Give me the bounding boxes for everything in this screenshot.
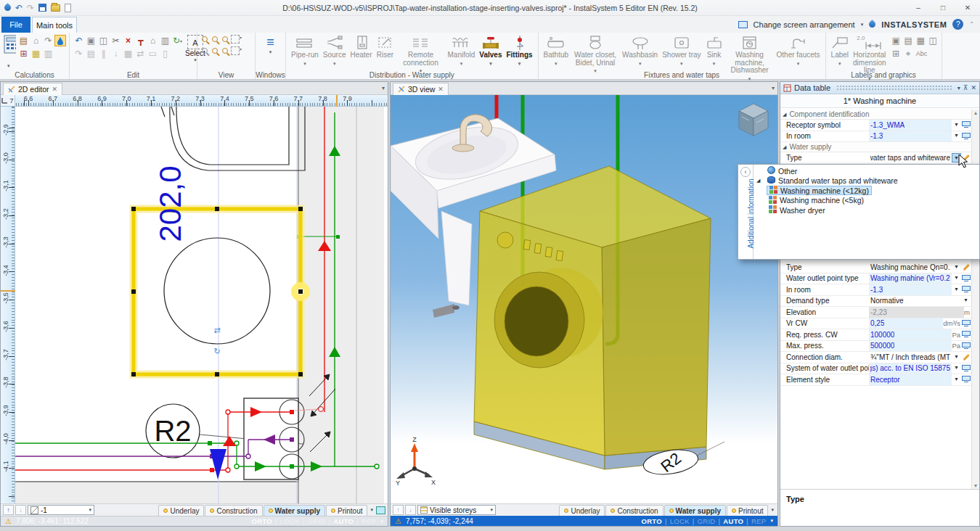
property-row-in-room[interactable]: In room -1.3 ▼ (780, 284, 971, 296)
move-handle-icon[interactable]: ⇄ (213, 326, 220, 334)
type-option-standard-water-taps-and-whiteware[interactable]: ◢ Standard water taps and whiteware (754, 176, 979, 186)
property-row-system-of-water-outlet-points-c[interactable]: System of water outlet points c fittings… (780, 363, 971, 375)
diagnostics-icon[interactable]: ⊞ (17, 48, 30, 59)
open-icon[interactable] (51, 4, 60, 12)
additional-information-strip[interactable]: ‹ Additional information (738, 165, 754, 259)
panel-drag-handle[interactable] (836, 85, 952, 91)
washing-machine-3d[interactable] (474, 166, 711, 469)
mode-grid[interactable]: GRID (308, 517, 326, 525)
property-value[interactable]: Normative (869, 296, 961, 307)
dropdown-button[interactable]: ▼ (952, 120, 961, 130)
mode-lock[interactable]: LOCK (670, 517, 690, 525)
property-row-receptor-symbol[interactable]: Receptor symbol -1.3_WMA ▼ (780, 120, 971, 131)
measure-icon[interactable]: ▭ (147, 48, 159, 59)
mode-rep[interactable]: REP (362, 517, 376, 525)
dropdown-button[interactable]: ▼ (952, 353, 961, 362)
panel-close-icon[interactable]: ✕ (971, 84, 976, 91)
table-icon[interactable]: ⊞ (890, 48, 902, 59)
refresh-icon[interactable]: ↻▾ (171, 35, 184, 46)
results-panel-icon[interactable]: ▦ (30, 48, 42, 59)
ribbon-item-fittings[interactable]: Fittings ▾ (504, 35, 534, 67)
property-row-vr-cw[interactable]: Vr CW 0,25 dm³/s (780, 318, 971, 330)
dropdown-button[interactable]: ▼ (952, 263, 961, 272)
layer-tab-underlay[interactable]: Underlay (559, 505, 605, 516)
property-row-max-press[interactable]: Max. press. 500000 Pa (780, 341, 971, 353)
monitor-link-icon[interactable] (962, 133, 971, 140)
type-option-washing-machine-12kg[interactable]: Washing machine (<12kg) (754, 186, 979, 196)
property-value[interactable]: -1.3 (869, 131, 952, 142)
property-value[interactable]: 500000 (869, 341, 952, 352)
warning-icon[interactable]: ⚠ (5, 517, 12, 525)
redo-icon[interactable]: ↷ (73, 48, 85, 59)
ribbon-item-sink[interactable]: Sink ▾ (703, 35, 725, 67)
new-file-icon[interactable] (65, 4, 71, 12)
property-value[interactable]: -1.3 (869, 284, 952, 295)
pan-icon[interactable] (202, 48, 208, 54)
file-tab[interactable]: File (1, 17, 30, 33)
zoom-previous-icon[interactable] (212, 48, 218, 54)
collapse-ribbon-icon[interactable]: ⌃ (969, 21, 974, 28)
help-button[interactable]: ? (952, 19, 963, 30)
3d-scene-canvas[interactable]: R2 Z Y X (391, 95, 777, 503)
storey-down-button[interactable]: ↓ (15, 505, 26, 515)
monitor-link-icon[interactable] (962, 331, 971, 338)
property-row-type[interactable]: Type Washing machine Qn=0.25 / ▼ (780, 262, 971, 273)
property-value[interactable]: -2,23 (869, 307, 964, 318)
ribbon-item-riser[interactable]: Riser (375, 35, 396, 59)
water-supply-module-icon[interactable] (54, 35, 66, 46)
ribbon-item-pipe-run[interactable]: Pipe-run ▾ (289, 35, 321, 67)
mode-auto[interactable]: AUTO (333, 517, 354, 525)
door-icon[interactable]: ▯ (159, 48, 171, 59)
dropdown-button[interactable]: ▼ (952, 363, 961, 373)
section-component-identification[interactable]: ◢Component identification (780, 110, 971, 120)
abc-text-icon[interactable]: Abc (915, 50, 928, 57)
ribbon-item-label[interactable]: Label ▾ (829, 35, 851, 67)
dropdown-button[interactable]: ▼ (952, 131, 961, 141)
zoom-out-icon[interactable] (212, 36, 218, 42)
save-icon[interactable] (38, 4, 46, 12)
calculations-dropdown-icon[interactable]: ▾ (7, 63, 10, 69)
tab-2d-editor[interactable]: 2D editor✕ (3, 83, 62, 95)
mode-grid[interactable]: GRID (698, 517, 716, 525)
pin-icon[interactable]: ⊼ (963, 84, 968, 91)
property-value[interactable]: ard water taps and whiteware (869, 152, 952, 163)
property-row-demand-type[interactable]: Demand type Normative ▼ (780, 296, 971, 308)
paste-icon[interactable]: ◫ (97, 35, 110, 46)
ribbon-item-manifold[interactable]: Manifold ▾ (446, 35, 478, 67)
layer-tab-underlay[interactable]: Underlay (158, 505, 204, 516)
close-tab-icon[interactable]: ✕ (438, 86, 444, 93)
tabstrip-dropdown-icon[interactable]: ▾ (382, 85, 385, 91)
select-dropdown-icon[interactable]: ▾ (194, 57, 197, 63)
monitor-link-icon[interactable] (962, 342, 971, 350)
property-row-connection-diam[interactable]: Connection diam. ¾"MT / Inch threads (MT… (780, 352, 971, 363)
zoom-in-icon[interactable] (202, 36, 208, 42)
dropdown-button[interactable]: ▼ (952, 285, 961, 295)
section-water-supply[interactable]: ◢Water supply (780, 142, 971, 152)
monitor-link-icon[interactable] (962, 275, 971, 282)
property-value[interactable]: fittings) acc. to EN ISO 15875 (869, 363, 952, 374)
expander-icon[interactable]: ◢ (756, 178, 762, 184)
minimize-button[interactable]: – (906, 0, 931, 16)
ribbon-item-washbasin[interactable]: Washbasin ▾ (620, 35, 660, 67)
property-value[interactable]: ¾"MT / Inch threads (MT) (869, 352, 952, 363)
building-icon[interactable]: ⌂ (30, 35, 42, 46)
property-value[interactable]: Receptor (869, 374, 952, 385)
monitor-link-icon[interactable] (962, 286, 971, 293)
mode-orto[interactable]: ORTO (251, 517, 271, 525)
storey-selector[interactable]: -1▾ (28, 505, 94, 515)
property-row-element-style[interactable]: Element style Receptor ▼ (780, 374, 971, 386)
ribbon-item-valves[interactable]: Valves ▾ (477, 35, 504, 67)
property-value[interactable]: -1.3_WMA (869, 120, 952, 131)
mirror-icon[interactable]: ⇄ (134, 48, 147, 59)
layer-tab-printout[interactable]: Printout (727, 505, 768, 516)
storey-down-button[interactable]: ↓ (405, 505, 416, 515)
type-option-washing-machine-5kg[interactable]: Washing machine (<5kg) (754, 196, 979, 206)
status-dropdown-icon[interactable]: ▾ (380, 519, 383, 524)
undo-icon[interactable]: ↶ (15, 4, 23, 12)
delete-icon[interactable]: × (122, 35, 134, 46)
grid-icon[interactable]: ▦ (122, 48, 134, 59)
ribbon-item-water-closet-bidet-urinal[interactable]: Water closet, Bidet, Urinal ▾ (571, 35, 620, 75)
columns-icon[interactable]: ▥ (159, 35, 171, 46)
ribbon-item-source[interactable]: Source ▾ (321, 35, 348, 67)
mode-lock[interactable]: LOCK (280, 517, 300, 525)
